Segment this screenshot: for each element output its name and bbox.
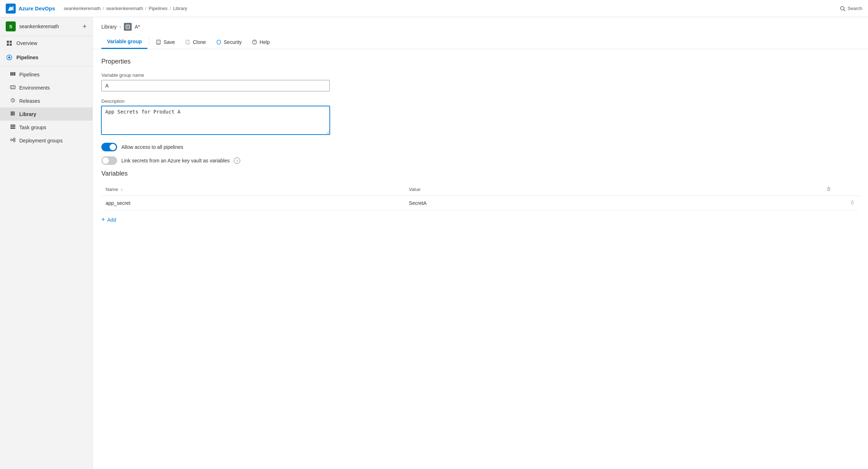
pipelines-label: Pipelines — [16, 55, 38, 60]
bc-library[interactable]: Library — [173, 6, 187, 11]
svg-rect-27 — [126, 25, 130, 29]
help-icon: ? — [252, 39, 257, 45]
col-name-header: Name ↑ — [101, 183, 405, 196]
bc-sep3: / — [170, 6, 171, 11]
var-lock-cell — [822, 196, 859, 210]
sidebar-item-releases[interactable]: Releases — [0, 94, 92, 107]
tab-clone-button[interactable]: Clone — [180, 36, 211, 48]
top-breadcrumb: seankenkeremath / seankenkeremath / Pipe… — [64, 6, 840, 11]
toggle-keyvault-thumb — [102, 157, 109, 164]
variables-table: Name ↑ Value app_secret — [101, 183, 859, 210]
bc-sep1: / — [103, 6, 104, 11]
sidebar-item-environments[interactable]: Environments — [0, 81, 92, 94]
svg-rect-10 — [12, 72, 14, 76]
brand-logo[interactable]: Azure DevOps — [6, 4, 55, 14]
environments-icon — [10, 84, 16, 91]
svg-rect-18 — [14, 111, 15, 116]
bc-org2[interactable]: seankenkeremath — [106, 6, 143, 11]
properties-title: Properties — [101, 58, 859, 65]
sidebar-item-library[interactable]: Library — [0, 107, 92, 121]
sidebar-item-pipelines[interactable]: Pipelines — [0, 68, 92, 81]
add-label: Add — [107, 217, 116, 223]
info-icon[interactable]: i — [234, 157, 240, 164]
content-header: Library › A* Variable group Save C — [93, 17, 868, 49]
svg-rect-11 — [14, 72, 15, 76]
content-body: Properties Variable group name Descripti… — [93, 49, 868, 232]
deployment-groups-label: Deployment groups — [19, 138, 62, 143]
sidebar-item-deployment-groups[interactable]: Deployment groups — [0, 134, 92, 147]
bc-sep2: / — [145, 6, 147, 11]
tab-save-button[interactable]: Save — [151, 36, 180, 48]
tab-security-button[interactable]: Security — [211, 36, 247, 48]
col-value-header: Value — [405, 183, 822, 196]
library-icon — [10, 111, 16, 117]
svg-line-26 — [12, 140, 14, 141]
main-layout: S seankenkeremath + Overview Pipelines P… — [0, 17, 868, 469]
description-label: Description — [101, 99, 859, 104]
svg-rect-37 — [828, 188, 830, 191]
page-breadcrumb: Library › A* — [101, 23, 859, 31]
bc-pipelines[interactable]: Pipelines — [148, 6, 167, 11]
tab-variable-group-label: Variable group — [107, 39, 142, 44]
variables-title: Variables — [101, 170, 859, 177]
svg-rect-31 — [157, 40, 160, 41]
svg-rect-38 — [851, 202, 853, 204]
lock-header-icon — [826, 186, 832, 192]
svg-rect-9 — [10, 72, 12, 76]
svg-rect-4 — [10, 41, 12, 43]
search-bar[interactable]: Search — [840, 6, 862, 11]
environments-label: Environments — [19, 85, 50, 91]
svg-rect-16 — [11, 111, 12, 116]
add-variable-button[interactable]: + Add — [101, 216, 116, 223]
svg-line-2 — [844, 10, 845, 11]
save-label: Save — [163, 39, 175, 45]
sidebar: S seankenkeremath + Overview Pipelines P… — [0, 17, 93, 469]
deployment-groups-icon — [10, 137, 16, 144]
description-group: Description App Secrets for Product A — [101, 99, 859, 136]
breadcrumb-library-link[interactable]: Library — [101, 24, 117, 30]
sidebar-item-pipelines-parent[interactable]: Pipelines — [0, 50, 92, 65]
svg-rect-12 — [10, 86, 15, 89]
svg-rect-32 — [157, 42, 160, 44]
toggle-access[interactable] — [101, 143, 117, 151]
bc-org1[interactable]: seankenkeremath — [64, 6, 101, 11]
clone-label: Clone — [193, 39, 206, 45]
tab-help-button[interactable]: ? Help — [247, 36, 275, 48]
sidebar-divider — [0, 66, 92, 66]
add-account-button[interactable]: + — [82, 23, 87, 30]
overview-label: Overview — [16, 40, 37, 46]
breadcrumb-item-name: A* — [135, 24, 140, 30]
sidebar-item-overview[interactable]: Overview — [0, 36, 92, 50]
variable-group-name-group: Variable group name — [101, 72, 859, 91]
toggle-access-label: Allow access to all pipelines — [121, 144, 183, 150]
variable-group-icon — [124, 23, 132, 31]
sidebar-item-task-groups[interactable]: Task groups — [0, 121, 92, 134]
toggle-keyvault[interactable] — [101, 156, 117, 165]
svg-rect-6 — [10, 44, 12, 46]
library-label: Library — [19, 111, 36, 117]
pipelines-icon — [6, 54, 13, 61]
description-textarea[interactable]: App Secrets for Product A — [101, 106, 330, 135]
breadcrumb-chevron: › — [120, 24, 121, 30]
toggle-access-track[interactable] — [101, 143, 117, 151]
svg-rect-19 — [10, 125, 15, 126]
var-name-cell: app_secret — [101, 196, 405, 210]
task-groups-label: Task groups — [19, 125, 46, 130]
svg-rect-3 — [7, 41, 9, 43]
brand-name: Azure DevOps — [19, 5, 55, 11]
pipelines-sub-icon — [10, 71, 16, 78]
table-row: app_secret SecretA — [101, 196, 859, 210]
variables-table-header: Name ↑ Value — [101, 183, 859, 196]
svg-point-22 — [11, 139, 12, 141]
svg-point-23 — [14, 138, 15, 140]
variable-group-name-input[interactable] — [101, 80, 330, 91]
svg-rect-21 — [10, 128, 15, 129]
task-groups-icon — [10, 124, 16, 131]
tab-variable-group[interactable]: Variable group — [101, 35, 147, 49]
add-plus-icon: + — [101, 216, 105, 223]
toggle-keyvault-track[interactable] — [101, 156, 117, 165]
svg-rect-5 — [7, 44, 9, 46]
col-lock-header — [822, 183, 859, 196]
avatar: S — [6, 21, 16, 31]
lock-icon — [849, 200, 855, 205]
